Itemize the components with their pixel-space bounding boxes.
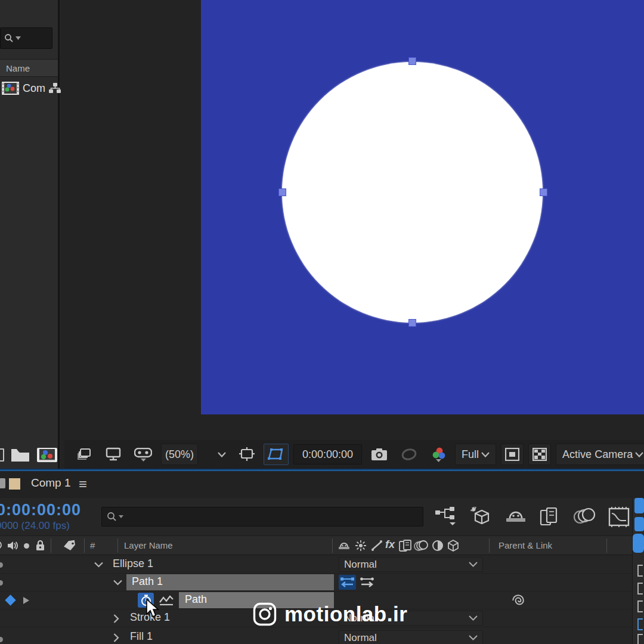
comp-color-swatch[interactable] <box>9 478 20 490</box>
switch-collapse-icon[interactable] <box>355 540 367 552</box>
preview-monitor-icon[interactable] <box>101 444 125 465</box>
magnification-dropdown[interactable]: (50%) <box>161 444 198 465</box>
footage-thumbnail-icon <box>1 81 20 95</box>
keyframe-diamond-icon[interactable] <box>5 595 16 605</box>
row-path-1[interactable]: Path 1 <box>0 574 632 592</box>
path-direction-forward-icon[interactable] <box>358 575 376 590</box>
column-divider <box>332 538 333 553</box>
panel-menu-icon[interactable]: ≡ <box>79 476 86 493</box>
project-item-comp[interactable]: Com <box>0 78 58 98</box>
include-in-graph-icon[interactable] <box>159 595 174 606</box>
mini-flowchart-icon[interactable] <box>434 506 458 527</box>
zoom-level-value: (50%) <box>165 448 194 461</box>
column-divider <box>117 538 118 553</box>
path-direction-reverse-icon[interactable] <box>339 575 356 590</box>
solo-icon[interactable] <box>24 543 29 549</box>
switch-shy-icon[interactable] <box>338 541 351 551</box>
switch-fx-icon[interactable]: fx <box>385 538 395 551</box>
shape-handle-top[interactable] <box>408 57 416 65</box>
chevron-right-icon[interactable] <box>113 633 119 642</box>
shape-handle-right[interactable] <box>540 188 547 196</box>
motion-blur-icon[interactable] <box>572 507 596 526</box>
project-panel-footer <box>0 441 58 469</box>
mouse-cursor <box>145 599 160 619</box>
layer-label[interactable]: Ellipse 1 <box>113 558 153 570</box>
switch-adjustment-icon[interactable] <box>432 540 444 552</box>
switch-motion-blur-icon[interactable] <box>413 540 429 552</box>
layer-bar-end <box>637 618 643 630</box>
search-icon <box>4 33 14 43</box>
composition-view[interactable] <box>201 0 644 414</box>
chevron-right-icon[interactable] <box>113 614 119 623</box>
row-ellipse-1[interactable]: Ellipse 1 Normal <box>0 556 632 574</box>
shy-layers-icon[interactable] <box>504 506 528 527</box>
ellipse-shape[interactable] <box>282 62 543 323</box>
vr-goggles-icon[interactable] <box>130 444 156 465</box>
group-label[interactable]: Fill 1 <box>130 630 153 643</box>
time-navigator-handle[interactable] <box>634 498 644 513</box>
transparency-grid-icon[interactable] <box>528 444 551 465</box>
video-eye-icon[interactable] <box>0 580 3 586</box>
column-layer-name[interactable]: Layer Name <box>124 540 173 550</box>
time-navigator-handle[interactable] <box>634 517 644 531</box>
magnification-chevron-icon[interactable] <box>213 444 230 465</box>
chevron-down-icon[interactable] <box>94 562 103 568</box>
lock-icon[interactable] <box>35 540 45 551</box>
after-effects-window: Name Com <box>0 0 644 644</box>
project-item-label: Com <box>23 82 45 95</box>
shape-handle-left[interactable] <box>278 188 286 196</box>
shape-handle-bottom[interactable] <box>408 319 416 327</box>
new-folder-icon[interactable] <box>10 447 30 463</box>
property-label[interactable]: Path <box>185 593 207 606</box>
frame-blending-icon[interactable] <box>538 506 561 527</box>
panel-tab-icon <box>0 478 5 488</box>
video-eye-icon[interactable] <box>0 541 5 549</box>
switch-quality-icon[interactable] <box>370 540 383 552</box>
composition-flowchart-icon <box>48 82 61 94</box>
current-timecode[interactable]: 0:00:00:00 <box>0 501 81 519</box>
project-search-input[interactable] <box>0 27 52 49</box>
panel-cut-icon[interactable] <box>0 448 4 462</box>
name-column-label: Name <box>6 63 30 73</box>
time-ruler-strip[interactable] <box>632 498 644 644</box>
column-divider <box>84 538 85 553</box>
group-label[interactable]: Path 1 <box>132 575 163 588</box>
timeline-tab-comp1[interactable]: Comp 1 <box>31 476 71 490</box>
multi-view-icon[interactable] <box>73 444 97 465</box>
project-name-column-header[interactable]: Name <box>0 59 58 77</box>
viewer-timecode-value: 0:00:00:00 <box>302 448 353 461</box>
audio-speaker-icon[interactable] <box>7 540 18 551</box>
snapshot-camera-icon[interactable] <box>367 444 392 465</box>
layer-bar-end <box>637 600 643 612</box>
graph-editor-icon[interactable] <box>607 505 631 528</box>
show-channel-icon[interactable] <box>426 444 450 465</box>
timeline-column-headers: # Layer Name <box>0 535 644 555</box>
grid-guides-icon[interactable] <box>235 444 259 465</box>
resolution-dropdown[interactable]: Full <box>455 444 496 465</box>
blend-mode-dropdown[interactable]: Normal <box>339 557 483 572</box>
next-keyframe-arrow-icon[interactable] <box>23 596 30 605</box>
current-time-indicator-head[interactable] <box>633 534 644 553</box>
draft-3d-icon[interactable] <box>469 505 493 528</box>
switch-frame-blend-icon[interactable] <box>398 539 413 552</box>
column-number[interactable]: # <box>90 540 95 550</box>
row-fill-1[interactable]: Fill 1 Normal <box>0 627 632 644</box>
blend-mode-value: Normal <box>344 559 377 571</box>
label-tag-icon[interactable] <box>63 540 78 552</box>
video-eye-icon[interactable] <box>0 637 3 642</box>
chevron-down-icon[interactable] <box>113 580 122 586</box>
region-of-interest-icon[interactable] <box>501 444 524 465</box>
watermark-text: motionlab.ir <box>284 602 407 626</box>
camera-view-dropdown[interactable]: Active Camera <box>556 444 644 465</box>
blend-mode-dropdown[interactable]: Normal <box>339 630 483 644</box>
new-composition-icon[interactable] <box>36 447 58 463</box>
switch-3d-icon[interactable] <box>447 539 460 552</box>
mask-path-visibility-toggle[interactable] <box>264 444 289 465</box>
camera-view-value: Active Camera <box>562 448 633 461</box>
pick-whip-spiral-icon[interactable] <box>511 593 525 608</box>
video-eye-icon[interactable] <box>0 562 3 568</box>
timeline-search-input[interactable] <box>101 507 423 527</box>
layer-bar-end <box>637 583 643 595</box>
viewer-timecode[interactable]: 0:00:00:00 <box>293 444 362 465</box>
column-parent-link[interactable]: Parent & Link <box>499 540 552 550</box>
